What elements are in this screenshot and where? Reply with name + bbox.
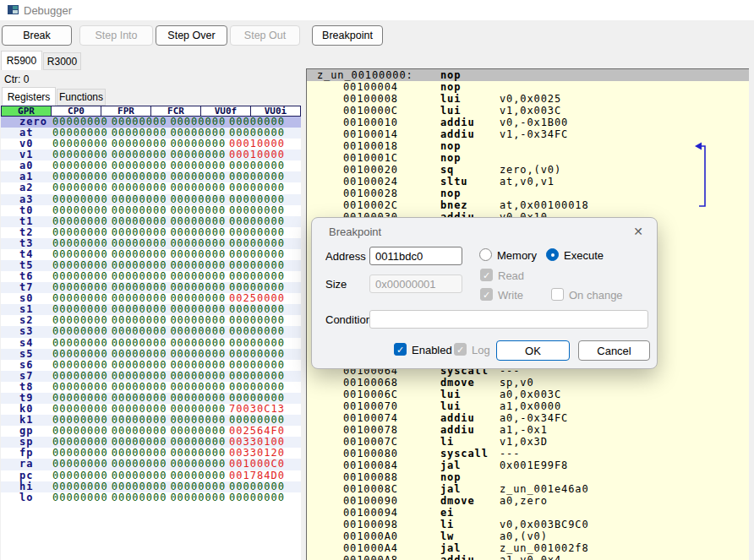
register-row-t2[interactable]: t200000000000000000000000000000000 bbox=[1, 227, 301, 238]
register-row-s6[interactable]: s600000000000000000000000000000000 bbox=[1, 360, 301, 371]
register-row-s7[interactable]: s700000000000000000000000000000000 bbox=[1, 371, 301, 382]
execute-radio[interactable] bbox=[546, 248, 559, 261]
disasm-row[interactable]: 00100010addiuv0,-0x1B00 bbox=[307, 117, 749, 128]
disasm-row[interactable]: 00100090dmovea0,zero bbox=[307, 495, 749, 507]
register-row-lo[interactable]: lo00000000000000000000000000000000 bbox=[1, 492, 301, 503]
register-value: 00000000 bbox=[229, 371, 284, 382]
address-input[interactable] bbox=[369, 247, 462, 265]
breakpoint-button[interactable]: Breakpoint bbox=[312, 25, 383, 46]
disasm-address: 00100010 bbox=[343, 117, 398, 128]
disasm-row[interactable]: 00100084jal0x001E99F8 bbox=[307, 459, 749, 471]
register-value: 00000000 bbox=[229, 492, 284, 503]
disasm-row[interactable]: 00100070luia1,0x0000 bbox=[307, 400, 749, 412]
tab-registers[interactable]: Registers bbox=[2, 87, 56, 106]
enabled-checkbox[interactable]: ✓ bbox=[394, 343, 407, 356]
disasm-row[interactable]: 001000A4jalz_un_001002f8 bbox=[307, 542, 749, 554]
register-value: 00000000 bbox=[229, 326, 284, 337]
disasm-row[interactable]: 00100014addiuv1,-0x34FC bbox=[307, 128, 749, 140]
disasm-args: v0,0x0025 bbox=[500, 93, 561, 105]
register-value: 00000000 bbox=[112, 371, 167, 382]
disasm-mnemonic: lw bbox=[440, 530, 454, 542]
disasm-mnemonic: sq bbox=[440, 164, 454, 176]
disasm-mnemonic: dmove bbox=[440, 495, 475, 507]
debugger-window-icon bbox=[8, 5, 19, 14]
disasm-address: 00100020 bbox=[343, 164, 398, 176]
disasm-row[interactable]: 00100020sqzero,(v0) bbox=[307, 164, 749, 176]
disasm-row[interactable]: 0010001Cnop bbox=[307, 152, 749, 164]
register-row-hi[interactable]: hi00000000000000000000000000000000 bbox=[1, 481, 301, 492]
break-button[interactable]: Break bbox=[2, 25, 72, 46]
disasm-row[interactable]: 00100068dmovesp,v0 bbox=[307, 377, 749, 389]
register-value: 00000000 bbox=[170, 371, 225, 382]
register-row-t0[interactable]: t000000000000000000000000000000000 bbox=[1, 205, 301, 216]
register-name: a2 bbox=[1, 182, 52, 193]
step-into-button[interactable]: Step Into bbox=[79, 25, 153, 46]
disasm-args: at,v0,v1 bbox=[500, 176, 555, 188]
disasm-row[interactable]: 00100028nop bbox=[307, 188, 749, 199]
register-row-a2[interactable]: a200000000000000000000000000000000 bbox=[1, 182, 301, 193]
disasm-address: 001000A8 bbox=[343, 554, 398, 560]
disasm-address: 0010008C bbox=[343, 483, 398, 495]
tab-functions[interactable]: Functions bbox=[57, 89, 106, 106]
register-row-s3[interactable]: s300000000000000000000000000000000 bbox=[1, 326, 301, 337]
register-row-ra[interactable]: ra000000000000000000000000001000C0 bbox=[1, 459, 301, 470]
disasm-row[interactable]: 0010008Cjalz_un_001e46a0 bbox=[307, 483, 749, 495]
disasm-args: v0,-0x1B00 bbox=[500, 117, 568, 128]
disasm-row[interactable]: 001000A8addiua1,v0,0x4 bbox=[307, 554, 749, 560]
disasm-row[interactable]: 00100024sltuat,v0,v1 bbox=[307, 176, 749, 188]
execute-radio-label[interactable]: Execute bbox=[564, 249, 604, 262]
disasm-row[interactable]: z_un_00100000:nop bbox=[307, 69, 749, 81]
disasm-row[interactable]: 00100088nop bbox=[307, 471, 749, 483]
register-value: 00000000 bbox=[112, 459, 167, 470]
disasm-row[interactable]: 0010002Cbnezat,0x00100018 bbox=[307, 199, 749, 211]
tab-r3000[interactable]: R3000 bbox=[43, 52, 81, 70]
disasm-address: 00100098 bbox=[343, 519, 398, 530]
register-row-s4[interactable]: s400000000000000000000000000000000 bbox=[1, 338, 301, 349]
disasm-row[interactable]: 00100018nop bbox=[307, 140, 749, 152]
disasm-row[interactable]: 0010006Cluia0,0x003C bbox=[307, 389, 749, 400]
disasm-mnemonic: addiu bbox=[440, 424, 475, 436]
disasm-mnemonic: dmove bbox=[440, 377, 475, 389]
disasm-row[interactable]: 00100074addiua0,-0x34FC bbox=[307, 412, 749, 424]
disasm-row[interactable]: 00100094ei bbox=[307, 507, 749, 519]
register-row-s5[interactable]: s500000000000000000000000000000000 bbox=[1, 349, 301, 360]
register-value: 00000000 bbox=[229, 349, 284, 360]
register-row-a3[interactable]: a300000000000000000000000000000000 bbox=[1, 194, 301, 205]
register-name: lo bbox=[1, 492, 52, 503]
disasm-row[interactable]: 0010000Cluiv1,0x003C bbox=[307, 105, 749, 117]
disasm-mnemonic: lui bbox=[440, 105, 461, 117]
disasm-args: a1,-0x1 bbox=[500, 424, 548, 436]
condition-input[interactable] bbox=[369, 310, 648, 329]
disasm-row[interactable]: 00100098liv0,0x003BC9C0 bbox=[307, 519, 749, 530]
disasm-mnemonic: nop bbox=[440, 188, 461, 199]
breakpoint-dialog: Breakpoint ✕ Address Size Memory Execute… bbox=[311, 217, 658, 369]
disasm-mnemonic: nop bbox=[440, 69, 461, 81]
register-row-t3[interactable]: t300000000000000000000000000000000 bbox=[1, 238, 301, 249]
register-name: a3 bbox=[1, 194, 52, 205]
close-icon[interactable]: ✕ bbox=[633, 225, 643, 238]
memory-radio-label[interactable]: Memory bbox=[497, 249, 537, 262]
size-input bbox=[369, 275, 462, 293]
disasm-row[interactable]: 0010007Cliv1,0x3D bbox=[307, 436, 749, 448]
memory-radio[interactable] bbox=[479, 248, 492, 261]
step-over-button[interactable]: Step Over bbox=[156, 25, 227, 46]
disasm-mnemonic: nop bbox=[440, 81, 461, 93]
register-row-t8[interactable]: t800000000000000000000000000000000 bbox=[1, 382, 301, 393]
ok-button[interactable]: OK bbox=[496, 340, 570, 361]
step-out-button[interactable]: Step Out bbox=[230, 25, 300, 46]
enabled-checkbox-label[interactable]: Enabled bbox=[412, 344, 452, 356]
register-value: 00000000 bbox=[52, 182, 107, 193]
on-change-checkbox bbox=[551, 288, 564, 301]
cancel-button[interactable]: Cancel bbox=[578, 340, 650, 361]
register-name: ra bbox=[1, 459, 52, 470]
disasm-row[interactable]: 00100080syscall--- bbox=[307, 448, 749, 459]
register-row-t1[interactable]: t100000000000000000000000000000000 bbox=[1, 216, 301, 227]
disasm-row[interactable]: 00100078addiua1,-0x1 bbox=[307, 424, 749, 436]
disasm-row[interactable]: 001000A0lwa0,(v0) bbox=[307, 530, 749, 542]
disasm-row[interactable]: 00100004nop bbox=[307, 81, 749, 93]
tab-r5900[interactable]: R5900 bbox=[1, 51, 42, 70]
disasm-row[interactable]: 00100008luiv0,0x0025 bbox=[307, 93, 749, 105]
register-value: 00000000 bbox=[170, 349, 225, 360]
register-row-pc[interactable]: pc000000000000000000000000001784D0 bbox=[1, 470, 301, 481]
disasm-address: 0010000C bbox=[343, 105, 398, 117]
